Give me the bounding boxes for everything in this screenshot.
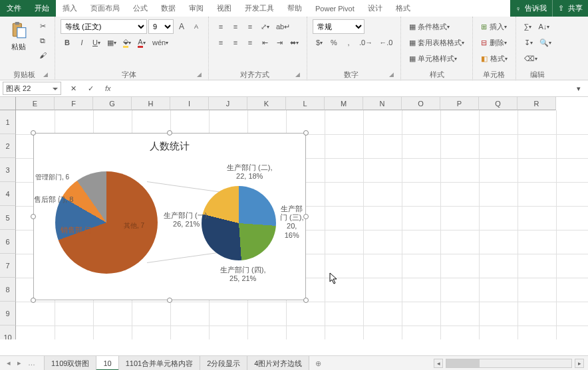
sort-filter-button[interactable]: A↓▾ [536,20,553,33]
fx-icon[interactable]: fx [105,84,111,92]
align-bottom-button[interactable]: ≡ [243,20,257,33]
merge-button[interactable]: ⬌▾ [287,36,301,49]
scroll-thumb[interactable] [446,359,480,367]
scroll-right-button[interactable]: ▸ [575,359,584,368]
scroll-left-button[interactable]: ◂ [434,359,443,368]
data-label[interactable]: 其他, 7 [124,222,144,230]
indent-inc-button[interactable]: ⇥ [273,36,286,49]
tell-me[interactable]: ♀ 告诉我 [510,0,552,17]
data-label[interactable]: 销售部 门 [61,226,92,234]
comma-button[interactable]: , [342,36,355,49]
tab-review[interactable]: 审阅 [182,0,210,17]
percent-button[interactable]: % [327,36,341,49]
row-header[interactable]: 4 [0,182,16,206]
col-header[interactable]: K [247,97,286,110]
orientation-button[interactable]: ⤢▾ [258,20,272,33]
tab-formulas[interactable]: 公式 [126,0,154,17]
tab-layout[interactable]: 页面布局 [84,0,126,17]
indent-dec-button[interactable]: ⇤ [258,36,271,49]
row-header[interactable]: 6 [0,230,16,254]
expand-formula-bar-button[interactable]: ▾ [572,82,585,95]
col-header[interactable]: I [170,97,209,110]
data-label[interactable]: 生产部门 (一),26, 21% [164,211,209,229]
column-headers[interactable]: EFGHIJKLMNOPQR [16,97,556,110]
tab-help[interactable]: 帮助 [281,0,309,17]
find-button[interactable]: 🔍▾ [537,36,554,49]
col-header[interactable]: J [209,97,247,110]
cancel-formula-button[interactable]: ✕ [67,82,80,95]
data-label[interactable]: 管理部门, 6 [35,173,69,181]
inc-decimal-button[interactable]: .0→ [357,36,375,49]
number-dialog-icon[interactable]: ◢ [389,68,394,80]
table-format-button[interactable]: ▦ 套用表格格式▾ [406,36,467,49]
worksheet-grid[interactable]: EFGHIJKLMNOPQR 12345678910 人数统计 管理部门, 6 … [0,97,588,339]
chart-object[interactable]: 人数统计 管理部门, 6 售后部 门, 8 销售部 门 其他, 7 生产部门 (… [33,133,306,300]
sheet-nav-more[interactable]: … [27,359,37,367]
data-label[interactable]: 生产部门 (四),25, 21% [220,266,265,283]
col-header[interactable]: M [325,97,363,110]
shrink-font-button[interactable]: A [190,20,203,33]
col-header[interactable]: Q [479,97,517,110]
row-header[interactable]: 7 [0,254,16,278]
format-cells-button[interactable]: ◧ 格式▾ [478,52,510,65]
font-dialog-icon[interactable]: ◢ [197,68,202,80]
row-header[interactable]: 3 [0,158,16,182]
autosum-button[interactable]: ∑▾ [521,20,535,33]
row-header[interactable]: 9 [0,302,16,325]
clipboard-dialog-icon[interactable]: ◢ [43,68,48,80]
share-button[interactable]: ⇪ 共享 [552,0,588,17]
align-right-button[interactable]: ≡ [243,36,257,49]
paste-button[interactable]: 粘贴 [5,19,32,52]
resize-handle-n[interactable] [167,130,172,136]
insert-cells-button[interactable]: ⊞ 插入▾ [478,20,509,33]
secondary-pie[interactable] [202,186,276,260]
underline-button[interactable]: U▾ [90,36,103,49]
col-header[interactable]: G [93,97,132,110]
align-dialog-icon[interactable]: ◢ [295,68,300,80]
scroll-track[interactable] [446,359,572,368]
row-header[interactable]: 8 [0,278,16,302]
chart-plot-area[interactable]: 管理部门, 6 售后部 门, 8 销售部 门 其他, 7 生产部门 (一),26… [34,153,305,299]
sheet-tab[interactable]: 2分段显示 [200,356,247,371]
delete-cells-button[interactable]: ⊟ 删除▾ [478,36,509,49]
tab-data[interactable]: 数据 [154,0,182,17]
sheet-nav-next[interactable]: ▸ [16,359,23,367]
font-size-combo[interactable]: 9 [148,19,174,34]
col-header[interactable]: E [16,97,55,110]
grow-font-button[interactable]: A [175,20,188,33]
row-header[interactable]: 2 [0,134,16,158]
bold-button[interactable]: B [61,36,74,49]
col-header[interactable]: H [132,97,170,110]
data-label[interactable]: 生产部门 (二),22, 18% [227,163,272,181]
cond-format-button[interactable]: ▦ 条件格式▾ [406,20,452,33]
row-header[interactable]: 1 [0,110,16,134]
copy-button[interactable]: ⧉ [36,34,49,47]
col-header[interactable]: N [363,97,402,110]
tab-format[interactable]: 格式 [389,0,417,17]
col-header[interactable]: O [402,97,440,110]
align-top-button[interactable]: ≡ [214,20,227,33]
horizontal-scrollbar[interactable]: ◂ ▸ [328,359,588,368]
col-header[interactable]: F [55,97,93,110]
format-painter-button[interactable]: 🖌 [36,48,49,62]
row-header[interactable]: 5 [0,206,16,230]
data-label[interactable]: 生产部门 (三),20,16% [280,205,303,240]
data-label[interactable]: 售后部 门, 8 [34,195,73,204]
tab-design[interactable]: 设计 [361,0,389,17]
align-left-button[interactable]: ≡ [214,36,227,49]
resize-handle-ne[interactable] [303,130,309,136]
sheet-tab[interactable]: 4图片对齐边线 [247,356,309,371]
sheet-tab[interactable]: 1109双饼图 [44,356,96,371]
enter-formula-button[interactable]: ✓ [84,82,97,95]
sheet-nav-prev[interactable]: ◂ [5,359,12,367]
col-header[interactable]: L [286,97,325,110]
align-middle-button[interactable]: ≡ [229,20,242,33]
col-header[interactable]: R [517,97,556,110]
sheet-tab[interactable]: 1101合并单元格内容 [118,356,200,371]
cut-button[interactable]: ✂ [36,19,49,33]
italic-button[interactable]: I [75,36,88,49]
tab-home[interactable]: 开始 [28,0,56,17]
chart-title[interactable]: 人数统计 [34,140,305,153]
font-color-button[interactable]: A▾ [135,36,148,49]
border-button[interactable]: ▦▾ [104,36,119,49]
